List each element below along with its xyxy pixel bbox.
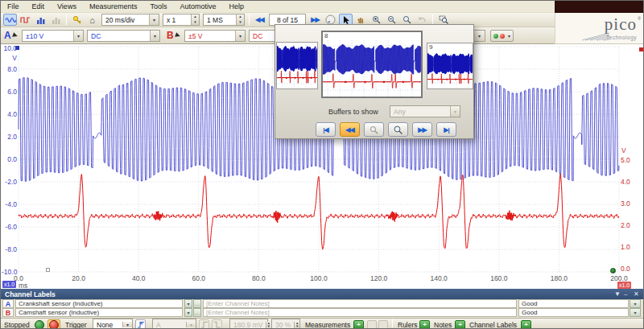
axis-tick-label: 2.0 (2, 133, 17, 141)
sine-wave-icon (5, 16, 16, 24)
trigger-label: Trigger (65, 319, 87, 329)
menu-automotive[interactable]: Automotive (173, 2, 222, 10)
channel-b-axis-marker[interactable] (639, 47, 643, 51)
status-leds-button[interactable]: ▾ (490, 30, 514, 42)
previous-buffer-button[interactable]: ◀◀ (340, 122, 360, 137)
magnifier-small-icon (369, 125, 378, 134)
channel-a-status-dropdown-button[interactable]: ▾ (630, 299, 641, 308)
hidden-channel-select-fragment[interactable]: ▾ (473, 30, 485, 42)
axis-tick-label: -6.0 (2, 223, 17, 231)
timebase-select[interactable]: 20 ms/div ▾ (101, 14, 159, 26)
trigger-edge-button[interactable] (135, 319, 146, 329)
axis-tick-label: 60.0 (187, 274, 211, 282)
menu-measurements[interactable]: Measurements (83, 2, 144, 10)
channel-labels-button[interactable]: + (521, 319, 531, 329)
trigger-mode-select[interactable]: None ▾ (93, 319, 133, 329)
channel-b-status-select[interactable]: Good (518, 308, 629, 317)
channel-a-range-select[interactable]: ±10 V ▾ (22, 30, 84, 42)
go-button[interactable] (35, 319, 44, 329)
channel-label-row-b: B Camshaft sensor (Inductive) ▾ … [Enter… (1, 308, 644, 317)
minimize-icon[interactable]: – (624, 290, 627, 298)
menu-edit[interactable]: Edit (26, 2, 52, 10)
add-icon: + (353, 320, 364, 329)
thumb-zoom-out-button[interactable] (364, 122, 384, 137)
channel-a-notes-input[interactable]: [Enter Channel Notes] (203, 299, 517, 308)
axis-tick-label: 2.0 (621, 221, 630, 229)
channel-b-label-dropdown-button[interactable]: ▾ (184, 308, 192, 317)
scope-mode-button[interactable] (3, 14, 17, 26)
channel-a-label-more-button[interactable]: … (193, 299, 201, 308)
channel-b-range-value: ±5 V (185, 31, 235, 41)
menu-help[interactable]: Help (222, 2, 250, 10)
thumb-zoom-in-button[interactable] (388, 122, 408, 137)
channel-a-coupling-select[interactable]: DC ▾ (87, 30, 160, 42)
chevron-down-icon[interactable]: ▾ (235, 31, 245, 41)
chevron-down-icon[interactable]: ▾ (474, 31, 485, 41)
axis-tick-label: 20.0 (67, 274, 91, 282)
add-measurement-button[interactable]: + (353, 319, 364, 329)
rising-edge-button-disabled (199, 319, 209, 329)
notes-icon: + (455, 320, 465, 329)
axis-tick-label: 4.0 (621, 178, 630, 186)
axis-tick-label: -8.0 (2, 245, 17, 253)
axis-tick-label: 0.0 (2, 155, 17, 163)
rulers-button[interactable]: + (419, 319, 430, 329)
close-icon[interactable]: ✕ (634, 290, 639, 298)
rising-edge-icon (137, 321, 145, 328)
menu-views[interactable]: Views (51, 2, 83, 10)
first-buffer-button[interactable]: |◀ (316, 122, 336, 137)
buffer-thumb-previous-plot (277, 43, 318, 89)
channel-b-notes-input[interactable]: [Enter Channel Notes] (203, 308, 517, 317)
channel-a-status-select[interactable]: Good (518, 299, 629, 308)
buffers-to-show-select: Any ▾ (390, 105, 460, 117)
chevron-down-icon[interactable]: ▾ (73, 31, 83, 41)
previous-buffers-button[interactable]: ◀◀ (253, 14, 266, 26)
home-button[interactable]: ⌂ (85, 14, 99, 26)
trigger-marker[interactable] (46, 268, 50, 272)
spinner-arrows[interactable]: ▲▼ (191, 14, 199, 25)
chevron-down-icon[interactable]: ▾ (122, 322, 132, 327)
probe-b-icon (175, 32, 181, 39)
axis-tick-label: 10.0 (2, 44, 17, 52)
stop-button[interactable] (47, 319, 60, 329)
rulers-label: Rulers (398, 319, 418, 329)
channel-a-letter: A (2, 299, 14, 308)
pin-icon[interactable]: ▼ (614, 290, 621, 298)
bar-graph-gray-icon (52, 16, 61, 24)
chevron-down-icon[interactable]: ▾ (150, 31, 159, 41)
channel-b-label-input[interactable]: Camshaft sensor (Inductive) (15, 308, 183, 317)
spectrum-mode-button[interactable] (34, 14, 47, 26)
spinner-arrows[interactable]: ▲▼ (236, 14, 244, 25)
last-buffer-button[interactable]: ▶| (436, 122, 456, 137)
marquee-zoom-icon (439, 15, 448, 24)
channel-b-range-select[interactable]: ±5 V ▾ (184, 30, 246, 42)
channel-b-label-more-button[interactable]: … (193, 308, 201, 317)
persistence-mode-button[interactable] (19, 14, 32, 26)
window-corner (555, 1, 644, 13)
x-zoom-value: x 1 (163, 14, 191, 25)
key-icon (72, 15, 82, 24)
notes-button[interactable]: + (455, 319, 465, 329)
buffer-navigator-window[interactable]: 8 9 Buffers to show Any ▾ |◀ ◀◀ ▶▶ ▶| (275, 24, 474, 139)
menu-tools[interactable]: Tools (143, 2, 173, 10)
trigger-point-dot[interactable] (610, 268, 616, 273)
channel-labels-header[interactable]: Channel Labels ▼ – ✕ (1, 289, 644, 299)
chevron-down-icon[interactable]: ▾ (149, 14, 159, 25)
buffer-thumb-previous[interactable] (276, 42, 318, 89)
probe-a-icon (12, 32, 19, 39)
fast-forward-icon: ▶▶ (311, 16, 319, 23)
next-buffer-button[interactable]: ▶▶ (412, 122, 432, 137)
menu-file[interactable]: File (1, 2, 26, 10)
buffer-thumb-next[interactable]: 9 (427, 43, 473, 89)
buffer-thumb-selected[interactable]: 8 (321, 31, 423, 98)
axis-tick-label: 160.0 (487, 274, 511, 282)
channel-b-status-dropdown-button[interactable]: ▾ (630, 308, 641, 317)
channel-a-label-dropdown-button[interactable]: ▾ (184, 299, 192, 308)
axis-tick-label: 180.0 (547, 274, 571, 282)
samples-spinner[interactable]: 1 MS ▲▼ (203, 14, 245, 26)
channel-a-label-input[interactable]: Crankshaft sensor (Inductive) (15, 299, 183, 308)
rising-edge-gray-icon (200, 321, 208, 328)
x-zoom-spinner[interactable]: x 1 ▲▼ (163, 14, 200, 26)
auto-setup-button[interactable] (70, 14, 84, 26)
spectrum-3d-button (49, 14, 63, 26)
